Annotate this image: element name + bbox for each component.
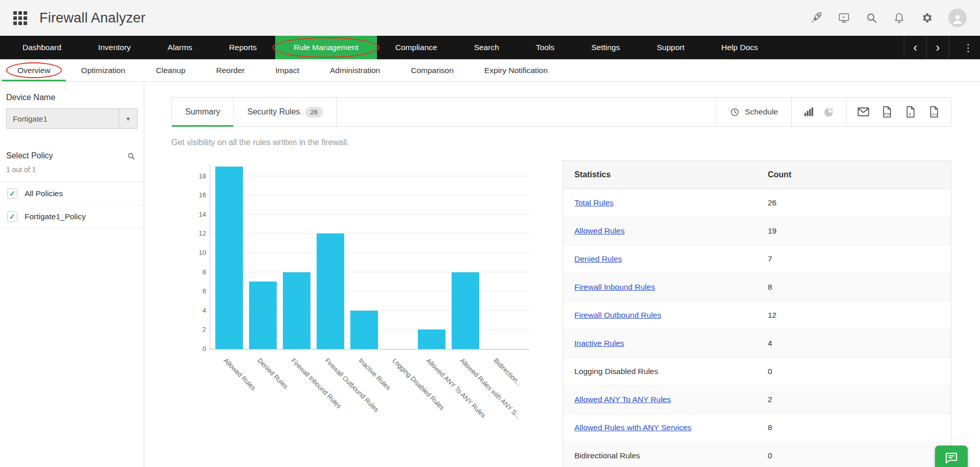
chart-bar-allowed-rules-with-any-s[interactable] bbox=[452, 272, 479, 349]
nav-item-rule-management[interactable]: Rule Management bbox=[275, 36, 377, 59]
stats-count-value: 26 bbox=[768, 198, 776, 207]
app-launcher-icon[interactable] bbox=[13, 11, 27, 25]
nav-item-reports[interactable]: Reports bbox=[211, 36, 275, 59]
y-axis-tick-label: 16 bbox=[187, 191, 206, 199]
subnav-item-label: Expiry Notification bbox=[484, 66, 548, 75]
notifications-bell-icon[interactable] bbox=[893, 12, 905, 24]
chart-bar-firewall-outbound-rules[interactable] bbox=[317, 233, 344, 349]
stats-link[interactable]: Firewall Outbound Rules bbox=[563, 311, 768, 320]
chart-bar-firewall-inbound-rules[interactable] bbox=[283, 272, 310, 349]
policy-item-fortigate1-policy[interactable]: ✓Fortigate1_Policy bbox=[0, 205, 144, 228]
nav-item-tools[interactable]: Tools bbox=[518, 36, 573, 59]
pie-chart-view-icon[interactable] bbox=[823, 106, 835, 118]
nav-item-support[interactable]: Support bbox=[638, 36, 703, 59]
nav-item-dashboard[interactable]: Dashboard bbox=[4, 36, 80, 59]
subnav-item-impact[interactable]: Impact bbox=[260, 59, 315, 81]
subnav-item-comparison[interactable]: Comparison bbox=[395, 59, 469, 81]
nav-item-label: Support bbox=[657, 43, 684, 52]
nav-item-alarms[interactable]: Alarms bbox=[149, 36, 211, 59]
tab-summary[interactable]: Summary bbox=[172, 98, 234, 126]
stats-count-value: 4 bbox=[768, 339, 772, 348]
email-export-icon[interactable] bbox=[857, 105, 870, 119]
getting-started-rocket-icon[interactable] bbox=[810, 12, 822, 24]
subnav-item-label: Comparison bbox=[411, 66, 454, 75]
policy-checkbox[interactable]: ✓ bbox=[7, 189, 17, 199]
y-axis-tick-label: 12 bbox=[187, 229, 206, 237]
policy-search-icon[interactable] bbox=[127, 152, 136, 160]
x-axis-category-label: Allowed Rules bbox=[222, 357, 257, 392]
subnav-item-label: Cleanup bbox=[156, 66, 186, 75]
tab-security-rules[interactable]: Security Rules26 bbox=[234, 98, 337, 126]
sidebar: Device Name Fortigate1 ▾ Select Policy 1… bbox=[0, 82, 144, 467]
subnav-item-reorder[interactable]: Reorder bbox=[201, 59, 260, 81]
nav-item-label: Settings bbox=[591, 43, 620, 52]
subnav-item-cleanup[interactable]: Cleanup bbox=[141, 59, 201, 81]
nav-item-inventory[interactable]: Inventory bbox=[80, 36, 149, 59]
rule-management-subnav: OverviewOptimizationCleanupReorderImpact… bbox=[0, 59, 980, 82]
nav-item-label: Compliance bbox=[395, 43, 437, 52]
settings-gear-icon[interactable] bbox=[921, 12, 933, 24]
x-axis-category-label: Allowed Rules with ANY S... bbox=[458, 357, 522, 421]
global-search-icon[interactable] bbox=[865, 12, 878, 24]
stats-link[interactable]: Inactive Rules bbox=[563, 339, 768, 348]
chart-bar-allowed-rules[interactable] bbox=[215, 167, 243, 349]
chart-view-toggle bbox=[791, 98, 846, 126]
nav-scroll-left-button[interactable]: ‹ bbox=[904, 36, 927, 59]
y-gridline bbox=[210, 252, 529, 253]
page-description: Get visibility on all the rules written … bbox=[171, 138, 951, 147]
subnav-item-overview[interactable]: Overview bbox=[2, 59, 66, 81]
chart-bar-inactive-rules[interactable] bbox=[350, 311, 378, 349]
csv-export-icon[interactable]: CSV bbox=[927, 105, 941, 119]
support-chat-button[interactable] bbox=[935, 446, 968, 467]
select-policy-label: Select Policy bbox=[6, 151, 53, 160]
nav-item-compliance[interactable]: Compliance bbox=[377, 36, 456, 59]
y-axis-tick-label: 6 bbox=[187, 287, 206, 295]
y-gridline bbox=[210, 272, 529, 272]
policy-item-all-policies[interactable]: ✓All Policies bbox=[0, 182, 144, 205]
report-tab-bar: SummarySecurity Rules26 Schedule bbox=[171, 97, 951, 127]
nav-item-settings[interactable]: Settings bbox=[573, 36, 638, 59]
stats-link[interactable]: Firewall Inbound Rules bbox=[563, 283, 768, 292]
x-axis-category-label: Bidirection... bbox=[492, 357, 523, 388]
policy-list: ✓All Policies✓Fortigate1_Policy bbox=[0, 182, 144, 228]
top-header: Firewall Analyzer bbox=[0, 0, 980, 36]
stats-link[interactable]: Denied Rules bbox=[563, 254, 768, 264]
device-select-dropdown[interactable]: Fortigate1 ▾ bbox=[6, 108, 138, 129]
nav-scroll-right-button[interactable]: › bbox=[927, 36, 949, 59]
user-avatar[interactable] bbox=[948, 9, 967, 27]
nav-overflow-menu-icon[interactable]: ⋮ bbox=[956, 36, 980, 59]
chart-bar-denied-rules[interactable] bbox=[249, 282, 277, 349]
statistics-table: Statistics Count Total Rules26Allowed Ru… bbox=[563, 160, 951, 467]
y-gridline bbox=[210, 214, 529, 215]
report-tabs: SummarySecurity Rules26 bbox=[172, 98, 337, 126]
x-axis-category-label: Allowed ANY To ANY Rules bbox=[425, 357, 487, 419]
nav-item-help-docs[interactable]: Help Docs bbox=[703, 36, 776, 59]
stats-link[interactable]: Allowed Rules bbox=[563, 226, 768, 236]
dropdown-caret-icon[interactable]: ▾ bbox=[119, 109, 137, 128]
excel-export-icon[interactable]: x bbox=[904, 105, 917, 119]
stats-text: Bidirectional Rules bbox=[563, 451, 768, 460]
schedule-label: Schedule bbox=[745, 107, 778, 116]
nav-item-search[interactable]: Search bbox=[456, 36, 518, 59]
stats-link[interactable]: Total Rules bbox=[563, 198, 768, 207]
nav-item-label: Tools bbox=[536, 43, 554, 52]
y-gridline bbox=[210, 176, 529, 176]
stats-link[interactable]: Allowed ANY To ANY Rules bbox=[563, 395, 768, 404]
pdf-export-icon[interactable]: PDF bbox=[880, 105, 894, 119]
stats-count-value: 2 bbox=[768, 395, 772, 404]
nav-item-label: Help Docs bbox=[721, 43, 758, 52]
stats-link[interactable]: Allowed Rules with ANY Services bbox=[563, 423, 768, 432]
demo-video-icon[interactable] bbox=[838, 12, 850, 24]
schedule-button[interactable]: Schedule bbox=[716, 98, 791, 126]
chart-bar-allowed-any-to-any-rules[interactable] bbox=[418, 330, 446, 349]
subnav-item-expiry-notification[interactable]: Expiry Notification bbox=[469, 59, 563, 81]
x-axis-category-label: Firewall Outbound Rules bbox=[323, 357, 380, 413]
bar-chart-view-icon[interactable] bbox=[803, 106, 814, 118]
subnav-item-optimization[interactable]: Optimization bbox=[66, 59, 141, 81]
x-axis-category-label: Inactive Rules bbox=[357, 357, 392, 391]
main-content: SummarySecurity Rules26 Schedule bbox=[144, 82, 980, 467]
subnav-item-administration[interactable]: Administration bbox=[315, 59, 395, 81]
policy-checkbox[interactable]: ✓ bbox=[7, 212, 17, 222]
stats-text: Logging Disabled Rules bbox=[563, 367, 768, 376]
statistics-table-header: Statistics Count bbox=[563, 161, 951, 189]
